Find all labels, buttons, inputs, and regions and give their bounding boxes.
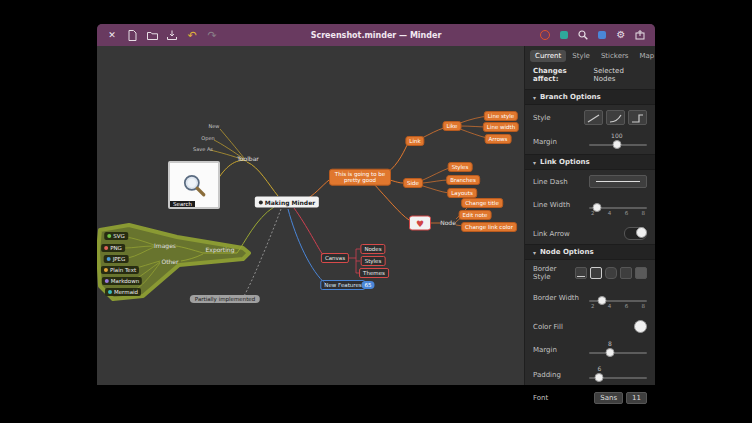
map-node-new[interactable]: New: [209, 123, 220, 129]
line-width-label: Line Width: [533, 201, 570, 209]
border-style-square-button[interactable]: [590, 267, 602, 279]
map-node-label: Search: [170, 201, 195, 207]
font-controls: Sans 11: [594, 392, 647, 404]
map-node-mermaid[interactable]: Mermaid: [105, 288, 141, 296]
map-node-badge-65[interactable]: 65: [362, 281, 375, 289]
link-options-header[interactable]: ▾ Link Options: [525, 154, 655, 170]
link-arrow-row: Link Arrow: [525, 222, 655, 244]
branch-options-header[interactable]: ▾ Branch Options: [525, 89, 655, 105]
link-arrow-toggle[interactable]: [624, 227, 647, 240]
map-node-change-link-color[interactable]: Change link color: [461, 222, 517, 232]
border-style-none-button[interactable]: [620, 267, 632, 279]
border-width-label: Border Width: [533, 294, 579, 302]
map-node-markdown[interactable]: Markdown: [102, 277, 142, 285]
map-node-themes[interactable]: Themes: [359, 268, 389, 278]
border-style-buttons: [575, 267, 647, 279]
node-margin-slider[interactable]: 8: [589, 342, 647, 358]
map-node-svg[interactable]: SVG: [104, 232, 128, 240]
map-node-change-title[interactable]: Change title: [461, 198, 503, 208]
map-node-canvas-node[interactable]: Canvas: [321, 253, 349, 263]
map-node-save-as[interactable]: Save As: [193, 146, 213, 152]
bullet-icon: [104, 268, 108, 272]
map-node-exporting[interactable]: Exporting: [206, 246, 235, 253]
map-node-nodes[interactable]: Nodes: [360, 244, 385, 254]
node-options-header[interactable]: ▾ Node Options: [525, 244, 655, 260]
app-window: ✕ ↶ ↷ Screenshot.minder — Minder: [97, 24, 655, 385]
focus-mode-icon[interactable]: [539, 29, 551, 41]
tab-stickers[interactable]: Stickers: [596, 50, 634, 62]
changes-affect-row: Changes affect: Selected Nodes: [525, 65, 655, 89]
map-node-branches[interactable]: Branches: [446, 175, 480, 185]
chevron-down-icon: ▾: [533, 94, 536, 101]
undo-icon[interactable]: ↶: [186, 29, 198, 41]
map-node-search-image[interactable]: Search: [168, 161, 220, 209]
settings-gear-icon[interactable]: ⚙: [615, 29, 627, 41]
node-margin-row: Margin 8: [525, 337, 655, 362]
branch-style-curved-button[interactable]: [606, 110, 625, 125]
map-node-side[interactable]: Side: [403, 178, 423, 188]
window-content: SearchToolbarNewOpenSave AsMaking Minder…: [97, 46, 655, 385]
node-padding-value: 6: [598, 365, 602, 372]
branch-margin-value: 100: [611, 132, 622, 139]
map-node-pretty-good[interactable]: This is going to be pretty good: [329, 169, 391, 186]
export-icon[interactable]: [634, 29, 646, 41]
border-style-filled-button[interactable]: [635, 267, 647, 279]
map-node-line-width[interactable]: Line width: [483, 122, 519, 132]
map-node-link[interactable]: Link: [405, 136, 424, 146]
font-row: Font Sans 11: [525, 387, 655, 408]
node-padding-slider[interactable]: 6: [589, 367, 647, 383]
map-node-plain-text[interactable]: Plain Text: [101, 266, 139, 274]
tab-current[interactable]: Current: [530, 50, 566, 62]
border-style-underline-button[interactable]: [575, 267, 587, 279]
map-node-other[interactable]: Other: [161, 258, 178, 265]
map-node-line-style[interactable]: Line style: [484, 111, 518, 121]
search-icon[interactable]: [577, 29, 589, 41]
map-node-toolbar[interactable]: Toolbar: [237, 155, 259, 162]
link-arrow-label: Link Arrow: [533, 230, 570, 238]
map-node-node-label[interactable]: Node: [440, 219, 456, 226]
map-node-layouts[interactable]: Layouts: [447, 188, 477, 198]
line-dash-select[interactable]: [589, 175, 647, 188]
stickers-icon[interactable]: [558, 29, 570, 41]
tab-style[interactable]: Style: [567, 50, 595, 62]
titlebar: ✕ ↶ ↷ Screenshot.minder — Minder: [97, 24, 655, 46]
chevron-down-icon: ▾: [533, 249, 536, 256]
border-width-slider[interactable]: 2468: [589, 290, 647, 306]
changes-affect-select[interactable]: Selected Nodes: [594, 67, 648, 83]
color-fill-button[interactable]: [634, 320, 647, 333]
branch-style-squared-button[interactable]: [628, 110, 647, 125]
map-node-root[interactable]: Making Minder: [255, 197, 319, 208]
branch-margin-slider[interactable]: 100: [589, 134, 647, 150]
font-family-select[interactable]: Sans: [594, 392, 623, 404]
font-size-spinner[interactable]: 11: [626, 392, 647, 404]
map-canvas[interactable]: SearchToolbarNewOpenSave AsMaking Minder…: [97, 46, 524, 385]
map-node-styles-b[interactable]: Styles: [361, 256, 386, 266]
map-node-open[interactable]: Open: [201, 135, 214, 141]
map-node-png[interactable]: PNG: [101, 244, 125, 252]
save-icon[interactable]: [166, 29, 178, 41]
properties-sidebar: CurrentStyleStickersMap Changes affect: …: [524, 46, 655, 385]
tab-map[interactable]: Map: [635, 50, 660, 62]
map-node-arrows[interactable]: Arrows: [485, 134, 512, 144]
map-node-new-features[interactable]: New Features: [320, 280, 365, 290]
node-padding-row: Padding 6: [525, 362, 655, 387]
map-node-styles-a[interactable]: Styles: [448, 162, 473, 172]
map-node-jpeg[interactable]: JPEG: [104, 255, 129, 263]
map-node-images[interactable]: Images: [154, 242, 176, 249]
line-dash-label: Line Dash: [533, 178, 568, 186]
map-overview-icon[interactable]: [596, 29, 608, 41]
border-style-rounded-button[interactable]: [605, 267, 617, 279]
branch-margin-label: Margin: [533, 138, 557, 146]
open-folder-icon[interactable]: [146, 29, 158, 41]
node-margin-label: Margin: [533, 346, 557, 354]
branch-margin-row: Margin 100: [525, 129, 655, 154]
line-width-slider[interactable]: 2468: [589, 197, 647, 213]
branch-style-straight-button[interactable]: [584, 110, 603, 125]
map-node-edit-note[interactable]: Edit note: [459, 210, 492, 220]
close-button[interactable]: ✕: [106, 29, 118, 41]
redo-icon[interactable]: ↷: [206, 29, 218, 41]
map-node-heart-node[interactable]: ♥: [409, 216, 431, 231]
new-document-icon[interactable]: [126, 29, 138, 41]
map-node-like[interactable]: Like: [443, 121, 462, 131]
map-node-partially-implemented[interactable]: Partially implemented: [190, 295, 260, 303]
